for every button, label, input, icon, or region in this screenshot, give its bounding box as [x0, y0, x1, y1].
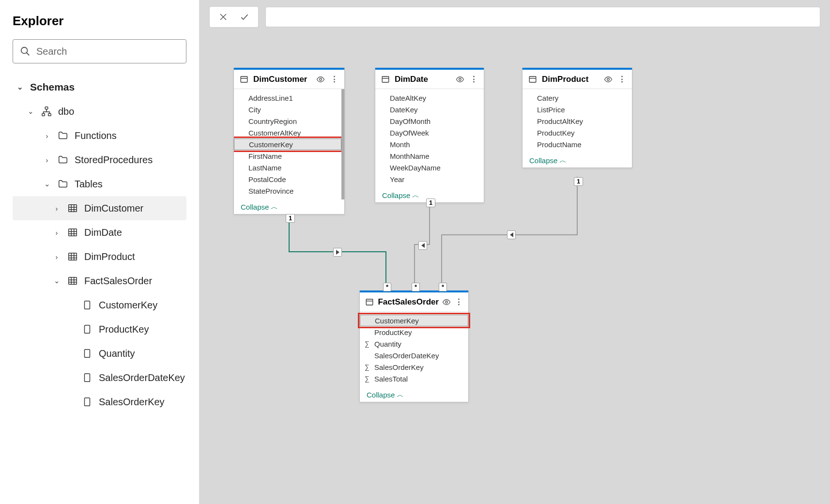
more-icon[interactable]: ⋮	[329, 74, 339, 85]
table-icon	[67, 275, 78, 287]
tree-label: StoredProcedures	[75, 154, 153, 166]
table-name: DimCustomer	[253, 75, 307, 84]
svg-rect-32	[241, 76, 247, 82]
tree-stored-procedures[interactable]: › StoredProcedures	[13, 148, 186, 172]
collapse-link[interactable]: Collapse ︿	[234, 199, 344, 214]
tree-col-customerkey[interactable]: CustomerKey	[13, 293, 186, 317]
field-name: ProductName	[537, 140, 582, 149]
table-header: DimCustomer ⋮	[234, 70, 344, 89]
table-card-dimcustomer[interactable]: DimCustomer ⋮ AddressLine1 City CountryR…	[233, 68, 345, 214]
collapse-label: Collapse	[241, 203, 269, 211]
tree-tables[interactable]: ⌄ Tables	[13, 172, 186, 196]
field-name: AddressLine1	[248, 94, 293, 102]
field-row[interactable]: MonthName	[375, 150, 484, 162]
field-row[interactable]: ProductAltKey	[523, 115, 632, 127]
confirm-button[interactable]	[234, 7, 255, 27]
table-icon	[365, 297, 374, 307]
field-row[interactable]: Month	[375, 138, 484, 150]
tree-label: CustomerKey	[99, 300, 157, 311]
field-row[interactable]: Year	[375, 173, 484, 185]
tree-label: SalesOrderKey	[99, 397, 165, 408]
field-row[interactable]: DateAltKey	[375, 92, 484, 104]
field-row-customerkey[interactable]: CustomerKey	[360, 315, 468, 326]
more-icon[interactable]: ⋮	[468, 74, 479, 85]
field-row[interactable]: CustomerAltKey	[234, 127, 341, 138]
table-card-dimproduct[interactable]: DimProduct ⋮ Catery ListPrice ProductAlt…	[522, 68, 632, 168]
tree-col-salesorderdatekey[interactable]: SalesOrderDateKey	[13, 366, 186, 390]
cardinality-one: 1	[286, 214, 295, 223]
field-row[interactable]: StateProvince	[234, 185, 341, 197]
tree-dbo[interactable]: ⌄ dbo	[13, 99, 186, 123]
chevron-up-icon: ︿	[559, 156, 567, 165]
tree-dimcustomer[interactable]: › DimCustomer	[13, 196, 186, 220]
table-card-factsalesorder[interactable]: FactSalesOrder ⋮ CustomerKey ProductKey …	[359, 290, 469, 402]
collapse-link[interactable]: Collapse ︿	[523, 153, 632, 168]
visibility-icon[interactable]	[315, 74, 326, 85]
chevron-right-icon: ›	[43, 132, 51, 140]
field-name: City	[248, 106, 261, 114]
cancel-button[interactable]	[213, 7, 234, 27]
visibility-icon[interactable]	[455, 74, 465, 85]
formula-input[interactable]	[265, 7, 820, 27]
collapse-link[interactable]: Collapse ︿	[360, 387, 468, 402]
field-name: SalesOrderDateKey	[374, 351, 439, 360]
tree-factsalesorder[interactable]: ⌄ FactSalesOrder	[13, 269, 186, 293]
field-row[interactable]: ListPrice	[523, 104, 632, 115]
field-name: SalesOrderKey	[374, 363, 424, 371]
table-name: FactSalesOrder	[378, 297, 439, 307]
field-row[interactable]: LastName	[234, 162, 341, 173]
field-name: Year	[390, 175, 404, 183]
check-icon	[240, 12, 249, 22]
folder-icon	[57, 178, 69, 190]
sigma-icon: ∑	[365, 363, 369, 371]
field-row-customerkey[interactable]: CustomerKey	[234, 138, 341, 150]
tree-dimdate[interactable]: › DimDate	[13, 220, 186, 244]
svg-rect-5	[69, 205, 77, 212]
field-row[interactable]: SalesOrderDateKey	[360, 350, 468, 361]
table-card-dimdate[interactable]: DimDate ⋮ DateAltKey DateKey DayOfMonth …	[375, 68, 484, 203]
close-icon	[219, 13, 228, 21]
more-icon[interactable]: ⋮	[616, 74, 627, 85]
field-name: Quantity	[374, 340, 401, 348]
visibility-icon[interactable]	[603, 74, 614, 85]
field-row[interactable]: DayOfMonth	[375, 115, 484, 127]
tree-col-quantity[interactable]: Quantity	[13, 341, 186, 366]
field-row[interactable]: DateKey	[375, 104, 484, 115]
field-row[interactable]: ProductName	[523, 138, 632, 150]
tree-schemas[interactable]: ⌄ Schemas	[13, 75, 186, 99]
field-row[interactable]: DayOfWeek	[375, 127, 484, 138]
table-name: DimDate	[395, 75, 428, 84]
field-row[interactable]: ProductKey	[360, 326, 468, 338]
tree-dimproduct[interactable]: › DimProduct	[13, 244, 186, 269]
field-row[interactable]: PostalCode	[234, 173, 341, 185]
field-row[interactable]: ProductKey	[523, 127, 632, 138]
tree-functions[interactable]: › Functions	[13, 123, 186, 148]
field-row[interactable]: CountryRegion	[234, 115, 341, 127]
search-icon	[20, 46, 31, 57]
table-header: DimProduct ⋮	[523, 70, 632, 89]
field-row[interactable]: AddressLine1	[234, 92, 341, 104]
tree-label: Functions	[75, 130, 117, 141]
search-input[interactable]	[36, 46, 179, 57]
field-name: LastName	[248, 164, 281, 172]
cardinality-many: *	[439, 283, 447, 291]
field-row[interactable]: ∑SalesOrderKey	[360, 361, 468, 373]
svg-rect-25	[85, 301, 90, 309]
field-row[interactable]: City	[234, 104, 341, 115]
field-row[interactable]: WeekDayName	[375, 162, 484, 173]
table-icon	[67, 202, 78, 214]
field-row[interactable]: ∑SalesTotal	[360, 373, 468, 384]
tree-col-salesorderkey[interactable]: SalesOrderKey	[13, 390, 186, 414]
field-name: Catery	[537, 94, 558, 102]
tree-col-productkey[interactable]: ProductKey	[13, 317, 186, 341]
search-box[interactable]	[13, 39, 186, 63]
field-row[interactable]: Catery	[523, 92, 632, 104]
field-name: ProductKey	[537, 129, 575, 137]
field-row[interactable]: ∑Quantity	[360, 338, 468, 350]
cardinality-one: 1	[426, 199, 435, 207]
more-icon[interactable]: ⋮	[454, 297, 463, 307]
field-name: FirstName	[248, 152, 282, 160]
diagram-surface[interactable]: DimCustomer ⋮ AddressLine1 City CountryR…	[200, 34, 830, 504]
visibility-icon[interactable]	[442, 297, 451, 307]
field-row[interactable]: FirstName	[234, 150, 341, 162]
